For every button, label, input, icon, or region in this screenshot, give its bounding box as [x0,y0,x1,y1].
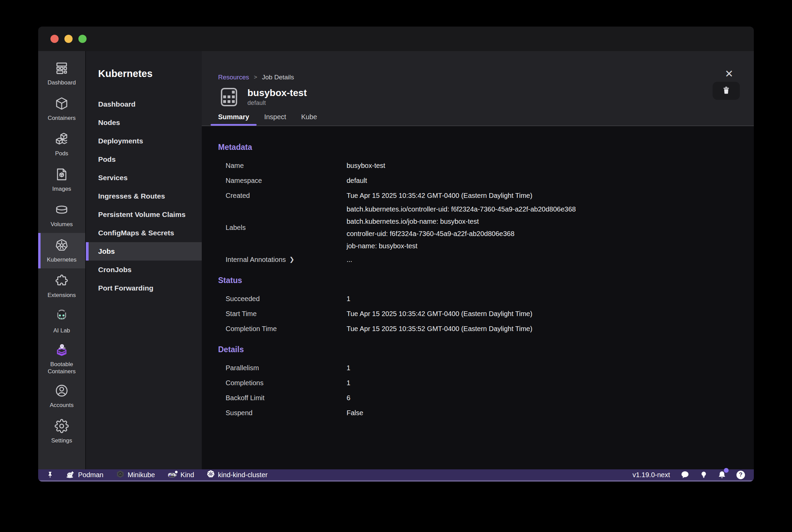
sidebar-item-label: Volumes [50,221,73,228]
dashboard-icon [55,61,69,77]
nav-panel-title: Kubernetes [98,68,202,79]
kubernetes-icon [55,238,69,254]
namespace-value: default [347,177,744,185]
sidebar-item-dashboard[interactable]: Dashboard [38,56,85,91]
nav-item-jobs[interactable]: Jobs [86,242,202,261]
tab-summary[interactable]: Summary [211,113,257,126]
breadcrumb-resources-link[interactable]: Resources [218,74,249,81]
job-resource-icon [218,86,240,108]
label-line: batch.kubernetes.io/controller-uid: f6f2… [347,203,744,215]
nav-item-dashboard[interactable]: Dashboard [86,95,202,113]
parallelism-value: 1 [347,364,744,372]
breadcrumb-separator: > [254,74,257,81]
labels-label: Labels [218,224,347,232]
nav-item-configmaps-secrets[interactable]: ConfigMaps & Secrets [86,224,202,242]
sidebar-item-volumes[interactable]: Volumes [38,198,85,233]
completions-value: 1 [347,379,744,387]
internal-annotations-toggle[interactable]: Internal Annotations ❯ [218,256,347,264]
metadata-namespace-row: Namespace default [218,173,744,188]
minimize-window-button[interactable] [64,35,73,43]
kubernetes-cluster-icon [207,470,215,480]
statusbar-item-label: Podman [78,471,104,479]
sidebar-item-label: Containers [48,114,76,122]
maximize-window-button[interactable] [78,35,87,43]
internal-annotations-label: Internal Annotations [226,256,286,264]
help-icon[interactable]: ? [736,471,745,479]
completions-label: Completions [218,379,347,387]
sidebar-item-label: Settings [51,437,72,444]
notifications-bell-icon[interactable] [718,470,726,479]
statusbar-item-label: Kind [181,471,194,479]
metadata-created-row: Created Tue Apr 15 2025 10:35:42 GMT-040… [218,188,744,203]
sidebar-item-label: AI Lab [53,327,70,334]
app-version: v1.19.0-next [633,471,670,479]
chevron-right-icon: ❯ [289,256,294,263]
sidebar-item-kubernetes[interactable]: Kubernetes [38,233,85,268]
nav-item-nodes[interactable]: Nodes [86,113,202,132]
nav-item-deployments[interactable]: Deployments [86,132,202,150]
nav-item-port-forwarding[interactable]: Port Forwarding [86,279,202,297]
close-window-button[interactable] [50,35,59,43]
status-succeeded-row: Succeeded 1 [218,291,744,306]
completion-time-label: Completion Time [218,325,347,333]
details-parallelism-row: Parallelism 1 [218,360,744,375]
trash-icon [722,86,731,96]
sidebar-item-pods[interactable]: Pods [38,127,85,162]
kubernetes-nav-panel: Kubernetes Dashboard Nodes Deployments P… [86,51,202,469]
label-line: job-name: busybox-test [347,240,744,252]
namespace-label: Namespace [218,177,347,185]
metadata-annotations-row: Internal Annotations ❯ ... [218,252,744,267]
statusbar-kind-cluster[interactable]: kind-kind-cluster [207,470,268,480]
metadata-labels-row: Labels batch.kubernetes.io/controller-ui… [218,203,744,252]
detail-tabs: Summary Inspect Kube [218,113,739,126]
statusbar-minikube[interactable]: Minikube [116,470,155,480]
sidebar-item-extensions[interactable]: Extensions [38,268,85,304]
status-completion-time-row: Completion Time Tue Apr 15 2025 10:35:52… [218,321,744,336]
pods-icon [55,132,69,147]
pin-icon[interactable] [46,471,54,479]
sidebar-item-containers[interactable]: Containers [38,91,85,127]
backoff-limit-value: 6 [347,394,744,402]
main-panel: Resources > Job Details ✕ busybox-test d… [202,51,754,469]
tab-kube[interactable]: Kube [294,113,325,126]
succeeded-label: Succeeded [218,295,347,303]
nav-item-ingresses-routes[interactable]: Ingresses & Routes [86,187,202,205]
kind-icon [167,470,178,479]
delete-job-button[interactable] [713,82,740,100]
namespace-subtitle: default [247,99,307,107]
sidebar-item-images[interactable]: Images [38,162,85,198]
images-icon [55,167,69,183]
icon-sidebar: Dashboard Containers Pods Images Volumes… [38,51,86,469]
sidebar-item-label: Extensions [47,292,76,299]
statusbar-kind[interactable]: Kind [167,470,194,479]
minikube-icon [116,470,125,480]
summary-content: Metadata Name busybox-test Namespace def… [202,126,754,469]
lightbulb-icon[interactable] [700,470,707,479]
accounts-icon [55,384,69,399]
breadcrumb: Resources > Job Details [218,73,739,82]
sidebar-item-accounts[interactable]: Accounts [38,379,85,414]
sidebar-item-settings[interactable]: Settings [38,414,85,450]
nav-item-services[interactable]: Services [86,169,202,187]
statusbar-podman[interactable]: Podman [66,470,104,480]
sidebar-item-bootable-containers[interactable]: Bootable Containers [38,339,85,379]
close-details-icon[interactable]: ✕ [725,69,733,79]
nav-item-persistent-volume-claims[interactable]: Persistent Volume Claims [86,205,202,224]
sidebar-item-label: Bootable Containers [40,361,83,375]
volumes-icon [55,203,69,218]
sidebar-item-ai-lab[interactable]: AI Lab [38,304,85,339]
metadata-name-row: Name busybox-test [218,158,744,173]
sidebar-item-label: Images [52,185,71,192]
created-label: Created [218,192,347,200]
annotations-value: ... [347,256,744,264]
nav-item-cronjobs[interactable]: CronJobs [86,261,202,279]
ai-lab-robot-icon [55,309,69,325]
name-label: Name [218,162,347,170]
details-suspend-row: Suspend False [218,405,744,420]
podman-icon [66,470,75,480]
notification-dot-badge [724,468,729,473]
nav-item-pods[interactable]: Pods [86,150,202,169]
tab-inspect[interactable]: Inspect [257,113,293,126]
suspend-value: False [347,409,744,417]
feedback-chat-icon[interactable] [680,470,690,479]
